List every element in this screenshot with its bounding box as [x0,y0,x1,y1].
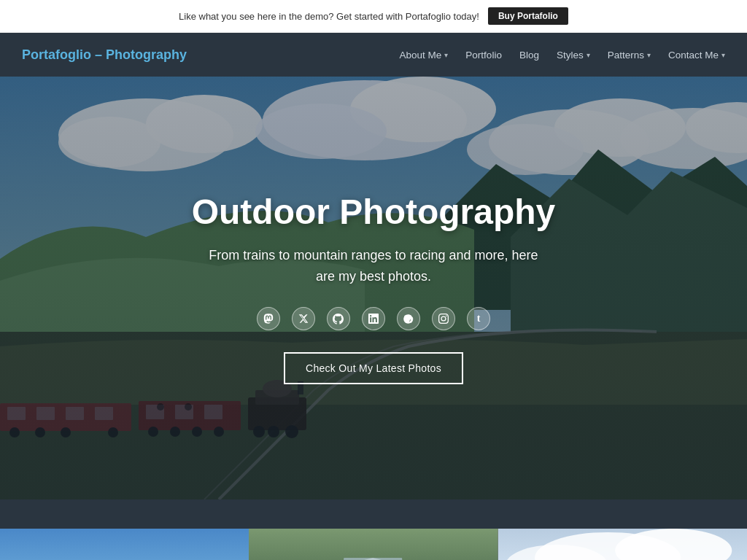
navbar-brand[interactable]: Portafoglio – Photography [22,47,187,63]
nav-links: About Me ▾ Portfolio Blog Styles ▾ Patte… [400,50,725,61]
tumblr-icon[interactable]: t [467,307,490,330]
social-icons-row: t [192,307,556,330]
nav-item-blog[interactable]: Blog [519,50,539,61]
svg-rect-41 [249,529,498,560]
svg-rect-39 [0,529,249,560]
hero-subtitle: From trains to mountain ranges to racing… [198,245,549,287]
nav-link-blog[interactable]: Blog [519,50,539,61]
hero-content: Outdoor Photography From trains to mount… [177,192,570,385]
nav-link-styles[interactable]: Styles ▾ [557,50,590,61]
photo-tile-1[interactable] [0,529,249,560]
linkedin-icon[interactable] [362,307,385,330]
buy-button[interactable]: Buy Portafolio [488,7,568,25]
banner-text: Like what you see here in the demo? Get … [179,11,479,22]
chevron-down-icon: ▾ [647,51,651,59]
wordpress-icon[interactable] [397,307,420,330]
chevron-down-icon: ▾ [444,51,448,59]
top-banner: Like what you see here in the demo? Get … [0,0,747,33]
chevron-down-icon: ▾ [587,51,590,59]
nav-link-contact[interactable]: Contact Me ▾ [668,50,725,61]
nav-item-patterns[interactable]: Patterns ▾ [608,50,651,61]
nav-item-portfolio[interactable]: Portfolio [465,50,502,61]
photo-tile-2[interactable] [249,529,498,560]
chevron-down-icon: ▾ [721,51,725,59]
twitter-icon[interactable] [292,307,315,330]
navbar: Portafoglio – Photography About Me ▾ Por… [0,33,747,77]
github-icon[interactable] [327,307,350,330]
nav-item-contact[interactable]: Contact Me ▾ [668,50,725,61]
photo-grid [0,529,747,560]
mastodon-icon[interactable] [257,307,280,330]
photo-tile-3[interactable] [498,529,747,560]
nav-link-about[interactable]: About Me ▾ [400,50,449,61]
cta-button[interactable]: Check Out My Latest Photos [284,352,463,384]
bottom-bar [0,499,747,529]
nav-item-styles[interactable]: Styles ▾ [557,50,590,61]
nav-link-patterns[interactable]: Patterns ▾ [608,50,651,61]
nav-link-portfolio[interactable]: Portfolio [465,50,502,61]
hero-title: Outdoor Photography [192,192,556,232]
hero-section: Outdoor Photography From trains to mount… [0,77,747,499]
nav-item-about[interactable]: About Me ▾ [400,50,449,61]
instagram-icon[interactable] [432,307,455,330]
